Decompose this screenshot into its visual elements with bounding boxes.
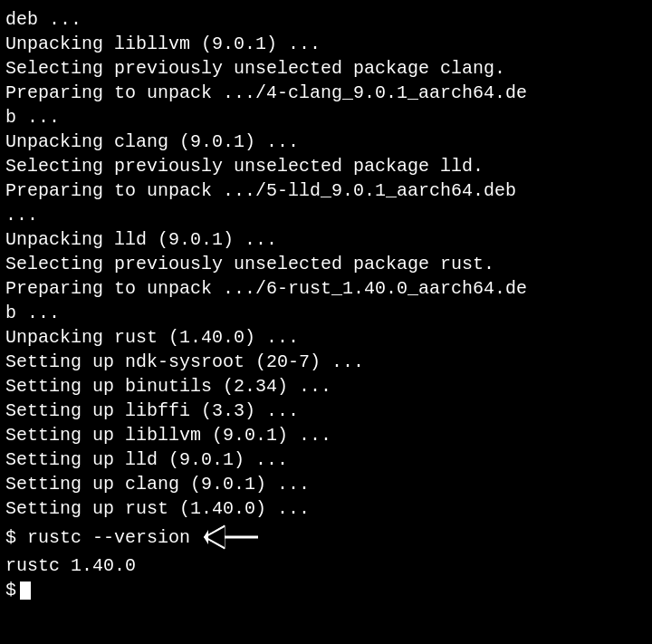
terminal-line: Selecting previously unselected package … (5, 154, 647, 178)
terminal-window: deb ... Unpacking libllvm (9.0.1) ... Se… (0, 0, 652, 644)
command-line: $ rustc --version (5, 521, 647, 553)
terminal-line: Unpacking libllvm (9.0.1) ... (5, 32, 647, 56)
rustc-output: rustc 1.40.0 (5, 553, 647, 578)
terminal-line: deb ... (5, 7, 647, 32)
terminal-line: Setting up binutils (2.34) ... (5, 374, 647, 399)
terminal-line: Setting up libffi (3.3) ... (5, 399, 647, 423)
terminal-line: Setting up clang (9.0.1) ... (5, 472, 647, 496)
terminal-line: Setting up lld (9.0.1) ... (5, 447, 647, 472)
terminal-line: Unpacking clang (9.0.1) ... (5, 130, 647, 154)
terminal-line: Preparing to unpack .../5-lld_9.0.1_aarc… (5, 178, 647, 203)
terminal-line: ... (5, 203, 647, 227)
terminal-line: b ... (5, 301, 647, 325)
terminal-line: Selecting previously unselected package … (5, 252, 647, 276)
terminal-line: Setting up ndk-sysroot (20-7) ... (5, 350, 647, 374)
terminal-line: b ... (5, 105, 647, 130)
terminal-line: Unpacking lld (9.0.1) ... (5, 227, 647, 252)
cursor-block (20, 582, 31, 600)
terminal-line: Preparing to unpack .../6-rust_1.40.0_aa… (5, 276, 647, 301)
terminal-line: Unpacking rust (1.40.0) ... (5, 325, 647, 350)
terminal-line: Preparing to unpack .../4-clang_9.0.1_aa… (5, 81, 647, 105)
terminal-line: Selecting previously unselected package … (5, 56, 647, 81)
arrow-icon (199, 521, 263, 553)
terminal-line: Setting up libllvm (9.0.1) ... (5, 423, 647, 447)
final-prompt-text: $ (5, 578, 16, 602)
command-text: $ rustc --version (5, 525, 190, 550)
terminal-line: Setting up rust (1.40.0) ... (5, 496, 647, 521)
svg-marker-3 (204, 530, 208, 544)
final-prompt-line: $ (5, 578, 647, 602)
